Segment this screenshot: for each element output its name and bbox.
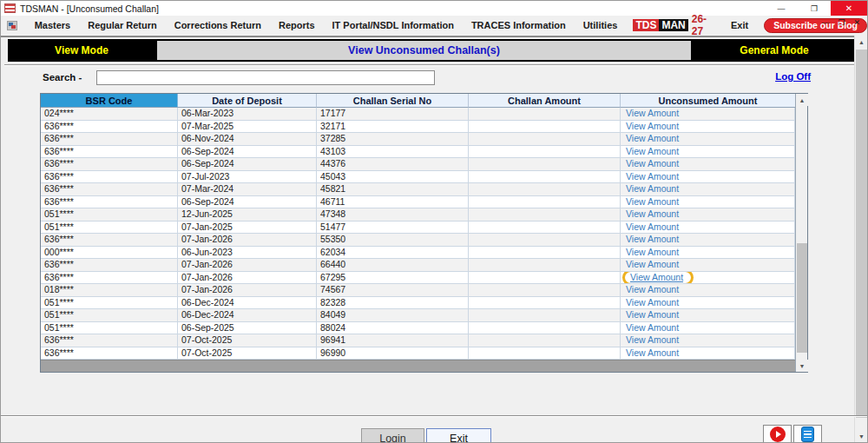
menu-item-masters[interactable]: Masters <box>26 18 80 32</box>
table-body: 024****06-Mar-202317177View Amount636***… <box>41 108 795 360</box>
child-restore-icon[interactable]: ❐ <box>838 18 845 27</box>
table-vertical-scrollbar[interactable]: ▲ ▼ <box>795 94 807 372</box>
menu-item-corrections-return[interactable]: Corrections Return <box>166 18 270 32</box>
column-header-challan-serial-no[interactable]: Challan Serial No <box>317 94 469 108</box>
logoff-link[interactable]: Log Off <box>775 71 811 82</box>
unconsumed-amount-cell: View Amount <box>621 133 795 146</box>
table-row: 018****07-Jan-202674567View Amount <box>41 284 795 297</box>
challan-serial-cell: 62034 <box>317 247 469 260</box>
scroll-up-icon[interactable]: ▲ <box>796 94 808 106</box>
child-minimize-icon[interactable]: — <box>821 18 829 27</box>
column-header-unconsumed-amount[interactable]: Unconsumed Amount <box>621 94 795 108</box>
challan-table: BSR Code Date of Deposit Challan Serial … <box>40 93 808 373</box>
bsr-code-cell: 018**** <box>41 284 178 297</box>
window-vertical-scrollbar[interactable]: ▲ ▼ <box>854 36 867 442</box>
view-amount-link[interactable]: View Amount <box>626 284 679 294</box>
search-input[interactable] <box>96 70 435 85</box>
table-horizontal-scrollbar[interactable] <box>41 360 795 372</box>
close-button[interactable]: ✕ <box>831 1 867 16</box>
exit-button[interactable]: Exit <box>426 428 491 443</box>
view-amount-link[interactable]: View Amount <box>626 108 679 118</box>
restore-button[interactable]: ❐ <box>798 1 831 16</box>
window-scrollbar-thumb[interactable] <box>856 50 867 418</box>
challan-amount-cell <box>469 272 621 285</box>
date-of-deposit-cell: 07-Mar-2024 <box>178 183 317 196</box>
minimize-button[interactable]: — <box>765 1 798 16</box>
view-amount-link[interactable]: View Amount <box>626 309 679 320</box>
view-amount-link[interactable]: View Amount <box>626 322 679 333</box>
help-document-button[interactable] <box>793 425 822 443</box>
general-mode-button[interactable]: General Mode <box>693 39 856 62</box>
view-amount-link[interactable]: View Amount <box>626 196 679 207</box>
child-close-icon[interactable]: ✕ <box>853 18 860 27</box>
view-amount-link[interactable]: View Amount <box>626 208 679 219</box>
challan-serial-cell: 43103 <box>317 146 469 159</box>
view-amount-link[interactable]: View Amount <box>626 259 679 269</box>
view-amount-link[interactable]: View Amount <box>626 146 679 156</box>
menu-bar: MastersRegular ReturnCorrections ReturnR… <box>1 16 867 35</box>
menu-item-regular-return[interactable]: Regular Return <box>79 18 165 32</box>
scroll-down-icon[interactable]: ▼ <box>796 360 808 372</box>
date-of-deposit-cell: 07-Jul-2023 <box>178 171 317 184</box>
view-amount-link[interactable]: View Amount <box>630 272 683 282</box>
bsr-code-cell: 051**** <box>41 208 178 222</box>
bsr-code-cell: 636**** <box>41 146 178 159</box>
menu-item-utilities[interactable]: Utilities <box>575 18 627 32</box>
view-amount-link[interactable]: View Amount <box>626 171 679 182</box>
menu-item-reports[interactable]: Reports <box>270 18 324 32</box>
title-bar: TDSMAN - [Unconsumed Challan] <box>1 1 867 16</box>
date-of-deposit-cell: 06-Jun-2023 <box>178 247 317 260</box>
date-of-deposit-cell: 07-Jan-2026 <box>178 234 317 247</box>
table-scrollbar-thumb[interactable] <box>797 243 807 353</box>
view-amount-link[interactable]: View Amount <box>626 133 679 143</box>
video-tutorial-button[interactable] <box>763 425 792 443</box>
challan-serial-cell: 44376 <box>317 158 469 171</box>
table-row: 051****12-Jun-202547348View Amount <box>41 208 795 222</box>
page-title-strip: View Unconsumed Challan(s) <box>157 41 691 60</box>
window-scroll-up-icon[interactable]: ▲ <box>855 36 868 48</box>
challan-amount-cell <box>469 234 621 247</box>
view-amount-link[interactable]: View Amount <box>626 121 679 131</box>
challan-serial-cell: 46711 <box>317 196 469 209</box>
menu-item-exit[interactable]: Exit <box>722 18 757 32</box>
search-label: Search - <box>43 72 82 83</box>
date-of-deposit-cell: 06-Sep-2024 <box>178 196 317 209</box>
column-header-date-of-deposit[interactable]: Date of Deposit <box>178 94 317 108</box>
challan-amount-cell <box>469 121 621 134</box>
unconsumed-amount-cell: View Amount <box>621 158 795 171</box>
bsr-code-cell: 636**** <box>41 121 178 134</box>
date-of-deposit-cell: 06-Dec-2024 <box>178 297 317 310</box>
menu-item-it-portal-nsdl-information[interactable]: IT Portal/NSDL Information <box>324 18 463 32</box>
view-amount-link[interactable]: View Amount <box>626 297 679 307</box>
challan-serial-cell: 32171 <box>317 121 469 134</box>
page-title: View Unconsumed Challan(s) <box>348 44 500 56</box>
date-of-deposit-cell: 07-Mar-2025 <box>178 121 317 134</box>
challan-amount-cell <box>469 347 621 360</box>
bsr-code-cell: 636**** <box>41 196 178 209</box>
view-amount-link[interactable]: View Amount <box>626 222 679 232</box>
challan-serial-cell: 74567 <box>317 284 469 297</box>
view-amount-link[interactable]: View Amount <box>626 334 679 345</box>
child-window-controls: — ❐ ✕ <box>821 18 860 27</box>
column-header-challan-amount[interactable]: Challan Amount <box>469 94 621 108</box>
window-scroll-down-icon[interactable]: ▼ <box>855 430 868 442</box>
view-amount-link[interactable]: View Amount <box>626 234 679 244</box>
view-amount-link[interactable]: View Amount <box>626 247 679 257</box>
challan-serial-cell: 96990 <box>317 347 469 360</box>
unconsumed-amount-cell: View Amount <box>621 309 795 322</box>
column-header-bsr-code[interactable]: BSR Code <box>41 94 178 108</box>
date-of-deposit-cell: 06-Sep-2024 <box>178 146 317 159</box>
table-row: 636****06-Sep-202446711View Amount <box>41 196 795 209</box>
login-button[interactable]: Login <box>361 428 424 443</box>
view-amount-link[interactable]: View Amount <box>626 183 679 194</box>
bsr-code-cell: 636**** <box>41 171 178 184</box>
challan-serial-cell: 84049 <box>317 309 469 322</box>
highlight-annotation: View Amount <box>622 272 694 285</box>
view-mode-button[interactable]: View Mode <box>8 39 155 62</box>
menu-item-traces-information[interactable]: TRACES Information <box>463 18 575 32</box>
challan-serial-cell: 51477 <box>317 222 469 235</box>
table-row: 051****06-Sep-202588024View Amount <box>41 322 795 335</box>
view-amount-link[interactable]: View Amount <box>626 158 679 169</box>
challan-amount-cell <box>469 322 621 335</box>
view-amount-link[interactable]: View Amount <box>626 347 679 358</box>
